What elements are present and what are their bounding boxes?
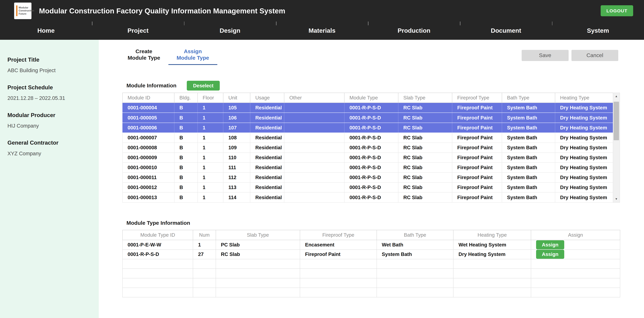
nav-item-materials[interactable]: Materials: [276, 22, 368, 40]
logout-button[interactable]: LOGOUT: [601, 5, 633, 16]
tab-label: Module Type: [120, 55, 168, 61]
table-cell: B: [174, 182, 198, 192]
table-cell: 0001-000005: [122, 113, 174, 123]
table-cell: 0001-000004: [122, 103, 174, 113]
table-cell: Fireproof Paint: [452, 182, 502, 192]
column-header: Heating Type: [555, 93, 613, 103]
table-row[interactable]: 0001-000008B1109Residential 0001-R-P-S-D…: [122, 143, 613, 153]
table-cell: Fireproof Paint: [452, 153, 502, 163]
table-cell: Dry Heating System: [555, 172, 613, 182]
table-row-empty: [122, 269, 620, 278]
table-cell: 0001-R-P-S-D: [344, 123, 398, 133]
table-cell: Dry Heating System: [555, 143, 613, 153]
assign-button[interactable]: Assign: [536, 240, 564, 249]
table-row[interactable]: 0001-000007B1108Residential 0001-R-P-S-D…: [122, 133, 613, 143]
table-row[interactable]: 0001-R-P-S-D27RC SlabFireproof PaintSyst…: [122, 250, 620, 259]
table-cell: RC Slab: [398, 133, 452, 143]
table-cell: Assign: [531, 250, 620, 259]
table-scrollbar[interactable]: ▲ ▼: [613, 93, 620, 202]
scrollbar-thumb[interactable]: [614, 102, 619, 140]
sidebar-section: Project TitleABC Building Project: [8, 57, 93, 73]
table-row[interactable]: 0001-000013B1114Residential 0001-R-P-S-D…: [122, 192, 613, 202]
tab-create-module-type[interactable]: Create Module Type: [120, 48, 168, 65]
table-row[interactable]: 0001-000012B1113Residential 0001-R-P-S-D…: [122, 182, 613, 192]
table-cell: B: [174, 153, 198, 163]
table-cell: Dry Heating System: [555, 133, 613, 143]
table-cell: [193, 278, 216, 288]
sidebar-value: HIJ Company: [8, 123, 93, 129]
table-cell: [531, 288, 620, 297]
column-header: Assign: [531, 230, 620, 240]
table-cell: System Bath: [502, 143, 555, 153]
scroll-down-icon[interactable]: ▼: [613, 196, 619, 202]
assign-button[interactable]: Assign: [536, 250, 564, 259]
save-button[interactable]: Save: [522, 50, 568, 61]
tab-assign-module-type[interactable]: Assign Module Type: [168, 48, 217, 65]
column-header: Module Type: [344, 93, 398, 103]
table-row[interactable]: 0001-P-E-W-W1PC SlabEncasementWet BathWe…: [122, 240, 620, 249]
nav-item-design[interactable]: Design: [184, 22, 276, 40]
table-cell: [284, 192, 344, 202]
table-cell: [284, 133, 344, 143]
sidebar-heading: Project Schedule: [8, 84, 93, 91]
table-cell: 0001-R-P-S-D: [344, 163, 398, 172]
nav-item-system[interactable]: System: [552, 22, 644, 40]
table-cell: 0001-000008: [122, 143, 174, 153]
table-cell: 1: [198, 192, 223, 202]
table-row[interactable]: 0001-000011B1112Residential 0001-R-P-S-D…: [122, 172, 613, 182]
cancel-button[interactable]: Cancel: [572, 50, 618, 61]
table-row[interactable]: 0001-000009B1110Residential 0001-R-P-S-D…: [122, 153, 613, 163]
table-cell: Dry Heating System: [453, 250, 531, 259]
page-title: Modular Construction Factory Quality Inf…: [39, 7, 285, 15]
table-cell: System Bath: [502, 113, 555, 123]
table-cell: [284, 143, 344, 153]
module-type-information-title: Module Type Information: [126, 220, 190, 226]
table-cell: Assign: [531, 240, 620, 249]
column-header: Usage: [250, 93, 284, 103]
table-cell: Residential: [250, 133, 284, 143]
tab-label: Create: [120, 48, 168, 55]
table-cell: 1: [198, 133, 223, 143]
table-cell: Fireproof Paint: [452, 192, 502, 202]
table-cell: 1: [198, 113, 223, 123]
nav-item-home[interactable]: Home: [0, 22, 92, 40]
table-row[interactable]: 0001-000004B1105Residential 0001-R-P-S-D…: [122, 103, 613, 113]
table-row[interactable]: 0001-000006B1107Residential 0001-R-P-S-D…: [122, 123, 613, 133]
table-cell: 27: [193, 250, 216, 259]
table-cell: 1: [193, 240, 216, 249]
deselect-button[interactable]: Deselect: [187, 81, 220, 91]
table-cell: 105: [223, 103, 250, 113]
column-header: Heating Type: [453, 230, 531, 240]
table-cell: [377, 278, 454, 288]
table-cell: B: [174, 163, 198, 172]
table-cell: [300, 278, 377, 288]
table-cell: B: [174, 103, 198, 113]
table-cell: 1: [198, 123, 223, 133]
table-row[interactable]: 0001-000010B1111Residential 0001-R-P-S-D…: [122, 163, 613, 172]
nav-item-project[interactable]: Project: [92, 22, 184, 40]
column-header: Unit: [223, 93, 250, 103]
table-cell: 0001-R-P-S-D: [344, 153, 398, 163]
table-cell: [377, 288, 454, 297]
sidebar-heading: Project Title: [8, 57, 93, 63]
table-cell: RC Slab: [398, 163, 452, 172]
table-row[interactable]: 0001-000005B1106Residential 0001-R-P-S-D…: [122, 113, 613, 123]
table-cell: [284, 182, 344, 192]
table-cell: [284, 113, 344, 123]
table-cell: Dry Heating System: [555, 182, 613, 192]
table-cell: 113: [223, 182, 250, 192]
table-cell: RC Slab: [398, 123, 452, 133]
module-table: Module IDBldg.FloorUnitUsageOtherModule …: [122, 93, 613, 202]
table-cell: [122, 288, 193, 297]
table-row-empty: [122, 278, 620, 288]
column-header: Bldg.: [174, 93, 198, 103]
app-logo: Modular Construction Future: [14, 3, 32, 19]
table-cell: B: [174, 172, 198, 182]
scroll-up-icon[interactable]: ▲: [613, 93, 619, 100]
column-header: Other: [284, 93, 344, 103]
nav-item-production[interactable]: Production: [368, 22, 460, 40]
table-cell: [284, 163, 344, 172]
module-information-title: Module Information: [126, 83, 176, 89]
nav-item-document[interactable]: Document: [460, 22, 552, 40]
table-cell: RC Slab: [216, 250, 300, 259]
